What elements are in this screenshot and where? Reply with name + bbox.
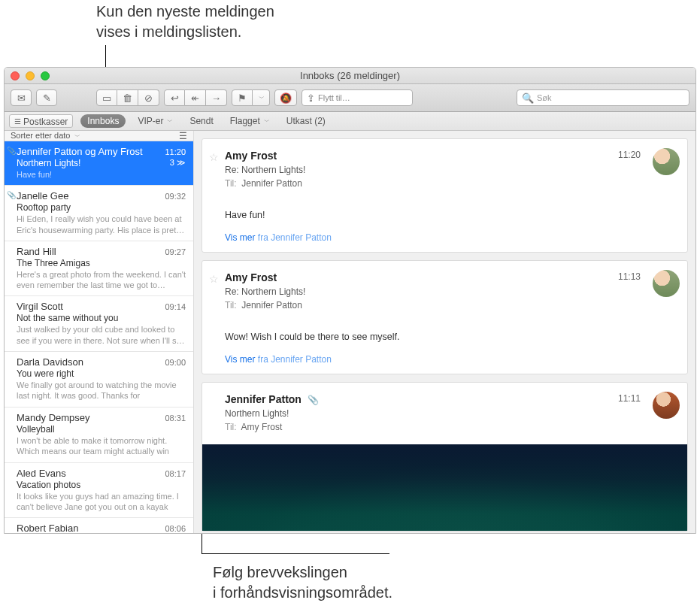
- show-more[interactable]: Vis mer fra Jennifer Patton: [225, 354, 675, 365]
- message-time: 09:00: [165, 358, 186, 367]
- search-placeholder: Søk: [537, 93, 552, 102]
- favorites-bar: ☰ Postkasser Innboks VIP-er﹀ Sendt Flagg…: [5, 112, 695, 131]
- conversation-card: Jennifer Patton📎11:11Northern Lights!Til…: [202, 382, 688, 532]
- tab-sent[interactable]: Sendt: [185, 114, 217, 128]
- message-subject: Not the same without you: [17, 313, 118, 323]
- message-preview: It looks like you guys had an amazing ti…: [17, 491, 186, 513]
- compose-button[interactable]: ✎: [36, 89, 57, 106]
- annotation-line-bottom-h: [202, 553, 389, 554]
- mute-button[interactable]: 🔕: [274, 89, 297, 106]
- tab-vip[interactable]: VIP-er﹀: [133, 114, 177, 128]
- star-icon[interactable]: ☆: [209, 151, 219, 163]
- mailboxes-button[interactable]: ☰ Postkasser: [9, 114, 73, 128]
- move-to-field[interactable]: ⇪ Flytt til…: [302, 89, 413, 106]
- message-preview: We finally got around to watching the mo…: [17, 380, 186, 401]
- flag-icon: ⚑: [238, 93, 247, 103]
- search-icon: 🔍: [522, 93, 534, 103]
- card-subject: Re: Northern Lights!: [225, 165, 675, 175]
- message-time: 08:31: [165, 414, 186, 423]
- flag-menu-button[interactable]: ﹀: [253, 89, 270, 106]
- card-from: Jennifer Patton📎: [225, 393, 319, 405]
- avatar: [653, 148, 680, 175]
- toolbar: ✉ ✎ ▭ 🗑 ⊘ ↩ ↞ → ⚑ ﹀ 🔕 ⇪ Flytt til… 🔍 Søk: [5, 84, 695, 112]
- card-from: Amy Frost: [225, 150, 277, 162]
- mail-window: Innboks (26 meldinger) ✉ ✎ ▭ 🗑 ⊘ ↩ ↞ → ⚑…: [4, 67, 696, 534]
- card-to: Til: Amy Frost: [225, 422, 675, 432]
- chevron-down-icon: ﹀: [74, 133, 80, 140]
- message-row[interactable]: Robert Fabian08:06Lost and foundHi every…: [5, 518, 193, 533]
- attachment-icon: 📎: [308, 395, 319, 405]
- attachment-image: [202, 444, 687, 531]
- card-subject: Northern Lights!: [225, 408, 675, 419]
- tab-inbox[interactable]: Innboks: [80, 114, 126, 128]
- message-row[interactable]: Aled Evans08:17Vacation photosIt looks l…: [5, 463, 193, 519]
- reply-button[interactable]: ↩: [164, 89, 185, 106]
- card-from: Amy Frost: [225, 271, 277, 283]
- message-row[interactable]: 📎Jennifer Patton og Amy Frost11:20Northe…: [5, 141, 193, 186]
- message-preview: Have fun!: [17, 169, 186, 180]
- conversation-pane: ☆Amy Frost11:20Re: Northern Lights!Til: …: [194, 131, 695, 533]
- message-row[interactable]: Darla Davidson09:00You were rightWe fina…: [5, 352, 193, 407]
- main-split: Sorter etter dato ﹀ ☰ 📎Jennifer Patton o…: [5, 131, 695, 533]
- message-time: 09:32: [165, 192, 186, 201]
- message-row[interactable]: 📎Janelle Gee09:32Rooftop partyHi Eden, I…: [5, 186, 193, 241]
- card-body: Wow! Wish I could be there to see myself…: [225, 332, 675, 342]
- reply-icon: ↩: [171, 93, 179, 103]
- junk-button[interactable]: ⊘: [138, 89, 159, 106]
- envelope-icon: ✉: [17, 93, 26, 103]
- message-from: Janelle Gee: [17, 190, 68, 201]
- show-more[interactable]: Vis mer fra Jennifer Patton: [225, 232, 675, 243]
- conversation-card: ☆Amy Frost11:20Re: Northern Lights!Til: …: [202, 138, 688, 253]
- annotation-top: Kun den nyeste meldingen vises i melding…: [96, 2, 274, 42]
- reply-all-button[interactable]: ↞: [185, 89, 206, 106]
- message-preview: Here's a great photo from the weekend. I…: [17, 269, 186, 291]
- message-subject: Vacation photos: [17, 480, 80, 490]
- message-row[interactable]: Virgil Scott09:14Not the same without yo…: [5, 296, 193, 352]
- message-preview: Just walked by your old cube and looked …: [17, 324, 186, 346]
- tab-drafts[interactable]: Utkast (2): [282, 114, 330, 128]
- window-title: Innboks (26 meldinger): [5, 70, 695, 81]
- search-field[interactable]: 🔍 Søk: [517, 89, 689, 106]
- chevron-down-icon: ﹀: [167, 117, 173, 126]
- junk-icon: ⊘: [144, 93, 153, 103]
- message-time: 08:06: [165, 524, 186, 533]
- message-from: Virgil Scott: [17, 301, 63, 312]
- message-subject: Northern Lights!: [17, 158, 80, 168]
- move-to-placeholder: Flytt til…: [318, 93, 350, 102]
- attachment-icon: 📎: [7, 191, 16, 199]
- message-from: Jennifer Patton og Amy Frost: [17, 146, 143, 157]
- titlebar: Innboks (26 meldinger): [5, 68, 695, 84]
- message-preview: I won't be able to make it tomorrow nigh…: [17, 435, 186, 457]
- bell-off-icon: 🔕: [280, 93, 292, 103]
- sort-bar[interactable]: Sorter etter dato ﹀ ☰: [5, 131, 193, 141]
- flag-button[interactable]: ⚑: [232, 89, 253, 106]
- delete-button[interactable]: 🗑: [117, 89, 138, 106]
- card-to: Til: Jennifer Patton: [225, 178, 675, 189]
- archive-button[interactable]: ▭: [96, 89, 117, 106]
- chevron-down-icon: ﹀: [264, 117, 270, 126]
- reply-all-icon: ↞: [191, 93, 199, 103]
- thread-count: 3 ≫: [170, 158, 186, 168]
- get-mail-button[interactable]: ✉: [11, 89, 32, 106]
- star-icon[interactable]: ☆: [209, 273, 219, 285]
- conversation-card: ☆Amy Frost11:13Re: Northern Lights!Til: …: [202, 260, 688, 374]
- message-from: Robert Fabian: [17, 523, 78, 533]
- archive-delete-junk-group: ▭ 🗑 ⊘: [96, 89, 159, 106]
- message-subject: Rooftop party: [17, 202, 71, 213]
- card-to: Til: Jennifer Patton: [225, 300, 675, 311]
- message-time: 09:14: [165, 302, 186, 311]
- message-row[interactable]: Mandy Dempsey08:31VolleyballI won't be a…: [5, 407, 193, 463]
- card-subject: Re: Northern Lights!: [225, 286, 675, 297]
- message-row[interactable]: Rand Hill09:27The Three AmigasHere's a g…: [5, 241, 193, 297]
- compose-icon: ✎: [43, 93, 51, 103]
- message-time: 08:17: [165, 469, 186, 478]
- forward-button[interactable]: →: [206, 89, 227, 106]
- message-subject: Volleyball: [17, 424, 55, 435]
- message-from: Darla Davidson: [17, 356, 83, 368]
- tab-flagged[interactable]: Flagget﹀: [226, 114, 274, 128]
- filter-icon[interactable]: ☰: [179, 132, 187, 141]
- card-time: 11:20: [618, 150, 641, 160]
- forward-icon: →: [211, 93, 221, 103]
- message-subject: You were right: [17, 368, 74, 379]
- trash-icon: 🗑: [123, 93, 132, 103]
